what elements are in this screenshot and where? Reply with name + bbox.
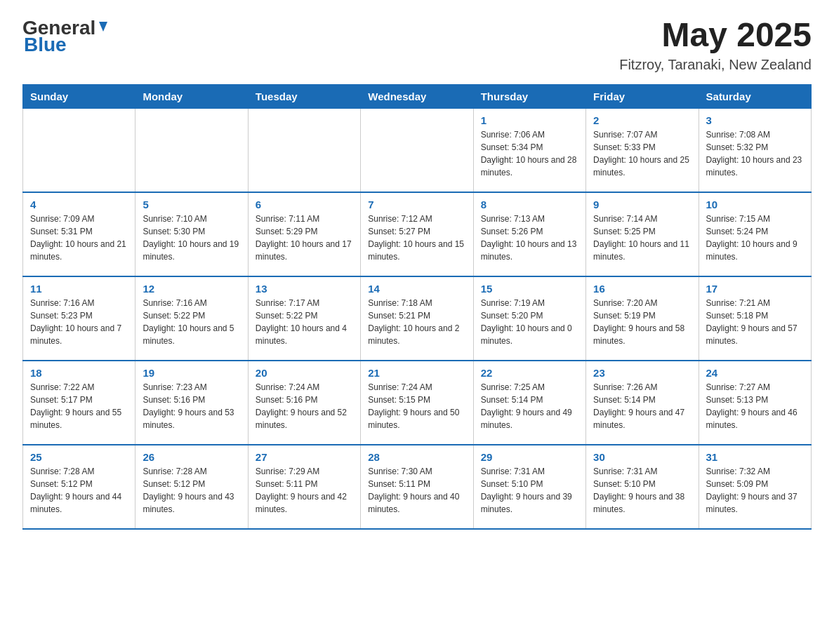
day-info: Sunrise: 7:08 AM Sunset: 5:32 PM Dayligh…	[706, 128, 804, 179]
calendar-cell: 5Sunrise: 7:10 AM Sunset: 5:30 PM Daylig…	[135, 192, 248, 276]
month-title: May 2025	[619, 17, 812, 54]
day-number: 2	[593, 114, 691, 126]
day-info: Sunrise: 7:22 AM Sunset: 5:17 PM Dayligh…	[30, 381, 128, 431]
column-header-thursday: Thursday	[473, 84, 585, 108]
day-number: 10	[706, 199, 804, 210]
day-number: 20	[256, 367, 353, 379]
calendar-cell: 18Sunrise: 7:22 AM Sunset: 5:17 PM Dayli…	[23, 361, 135, 445]
calendar-cell: 23Sunrise: 7:26 AM Sunset: 5:14 PM Dayli…	[586, 361, 699, 445]
calendar-cell: 6Sunrise: 7:11 AM Sunset: 5:29 PM Daylig…	[248, 192, 360, 276]
day-info: Sunrise: 7:30 AM Sunset: 5:11 PM Dayligh…	[368, 465, 465, 516]
day-info: Sunrise: 7:28 AM Sunset: 5:12 PM Dayligh…	[30, 465, 128, 516]
calendar-cell: 21Sunrise: 7:24 AM Sunset: 5:15 PM Dayli…	[361, 361, 473, 445]
day-number: 11	[30, 283, 128, 295]
calendar-cell: 16Sunrise: 7:20 AM Sunset: 5:19 PM Dayli…	[586, 276, 699, 361]
calendar-cell: 13Sunrise: 7:17 AM Sunset: 5:22 PM Dayli…	[248, 276, 360, 361]
calendar-cell: 29Sunrise: 7:31 AM Sunset: 5:10 PM Dayli…	[473, 445, 585, 529]
calendar-cell: 12Sunrise: 7:16 AM Sunset: 5:22 PM Dayli…	[135, 276, 248, 361]
day-info: Sunrise: 7:31 AM Sunset: 5:10 PM Dayligh…	[481, 465, 578, 516]
day-info: Sunrise: 7:13 AM Sunset: 5:26 PM Dayligh…	[481, 213, 578, 263]
calendar-cell: 24Sunrise: 7:27 AM Sunset: 5:13 PM Dayli…	[699, 361, 811, 445]
calendar-cell: 1Sunrise: 7:06 AM Sunset: 5:34 PM Daylig…	[473, 108, 585, 192]
column-header-wednesday: Wednesday	[361, 84, 473, 108]
calendar-week-row: 18Sunrise: 7:22 AM Sunset: 5:17 PM Dayli…	[23, 361, 812, 445]
calendar-week-row: 4Sunrise: 7:09 AM Sunset: 5:31 PM Daylig…	[23, 192, 812, 276]
calendar-table: SundayMondayTuesdayWednesdayThursdayFrid…	[22, 84, 812, 530]
calendar-cell: 25Sunrise: 7:28 AM Sunset: 5:12 PM Dayli…	[23, 445, 135, 529]
day-info: Sunrise: 7:29 AM Sunset: 5:11 PM Dayligh…	[256, 465, 353, 516]
day-info: Sunrise: 7:06 AM Sunset: 5:34 PM Dayligh…	[481, 128, 578, 179]
day-info: Sunrise: 7:10 AM Sunset: 5:30 PM Dayligh…	[143, 213, 240, 263]
calendar-cell: 7Sunrise: 7:12 AM Sunset: 5:27 PM Daylig…	[361, 192, 473, 276]
logo: General Blue	[22, 17, 111, 56]
day-info: Sunrise: 7:15 AM Sunset: 5:24 PM Dayligh…	[706, 213, 804, 263]
day-number: 17	[706, 283, 804, 295]
day-number: 16	[593, 283, 691, 295]
svg-marker-0	[99, 22, 107, 32]
day-info: Sunrise: 7:32 AM Sunset: 5:09 PM Dayligh…	[706, 465, 804, 516]
day-number: 6	[256, 199, 353, 210]
day-number: 26	[143, 451, 240, 463]
day-info: Sunrise: 7:12 AM Sunset: 5:27 PM Dayligh…	[368, 213, 465, 263]
day-number: 5	[143, 199, 240, 210]
calendar-cell: 10Sunrise: 7:15 AM Sunset: 5:24 PM Dayli…	[699, 192, 811, 276]
day-info: Sunrise: 7:20 AM Sunset: 5:19 PM Dayligh…	[593, 297, 691, 347]
day-info: Sunrise: 7:11 AM Sunset: 5:29 PM Dayligh…	[256, 213, 353, 263]
calendar-cell: 9Sunrise: 7:14 AM Sunset: 5:25 PM Daylig…	[586, 192, 699, 276]
calendar-cell: 2Sunrise: 7:07 AM Sunset: 5:33 PM Daylig…	[586, 108, 699, 192]
calendar-cell	[23, 108, 135, 192]
calendar-cell	[135, 108, 248, 192]
day-info: Sunrise: 7:23 AM Sunset: 5:16 PM Dayligh…	[143, 381, 240, 431]
calendar-cell: 3Sunrise: 7:08 AM Sunset: 5:32 PM Daylig…	[699, 108, 811, 192]
calendar-cell: 8Sunrise: 7:13 AM Sunset: 5:26 PM Daylig…	[473, 192, 585, 276]
calendar-cell: 19Sunrise: 7:23 AM Sunset: 5:16 PM Dayli…	[135, 361, 248, 445]
calendar-cell: 14Sunrise: 7:18 AM Sunset: 5:21 PM Dayli…	[361, 276, 473, 361]
calendar-week-row: 25Sunrise: 7:28 AM Sunset: 5:12 PM Dayli…	[23, 445, 812, 529]
day-number: 21	[368, 367, 465, 379]
day-number: 31	[706, 451, 804, 463]
column-header-friday: Friday	[586, 84, 699, 108]
day-info: Sunrise: 7:07 AM Sunset: 5:33 PM Dayligh…	[593, 128, 691, 179]
day-number: 29	[481, 451, 578, 463]
day-number: 14	[368, 283, 465, 295]
title-area: May 2025 Fitzroy, Taranaki, New Zealand	[619, 17, 812, 73]
day-info: Sunrise: 7:24 AM Sunset: 5:16 PM Dayligh…	[256, 381, 353, 431]
day-number: 4	[30, 199, 128, 210]
day-info: Sunrise: 7:09 AM Sunset: 5:31 PM Dayligh…	[30, 213, 128, 263]
logo-blue-text: Blue	[24, 34, 67, 56]
day-info: Sunrise: 7:25 AM Sunset: 5:14 PM Dayligh…	[481, 381, 578, 431]
calendar-cell: 28Sunrise: 7:30 AM Sunset: 5:11 PM Dayli…	[361, 445, 473, 529]
day-number: 18	[30, 367, 128, 379]
day-number: 28	[368, 451, 465, 463]
day-info: Sunrise: 7:31 AM Sunset: 5:10 PM Dayligh…	[593, 465, 691, 516]
day-number: 1	[481, 114, 578, 126]
calendar-cell	[248, 108, 360, 192]
day-number: 13	[256, 283, 353, 295]
calendar-cell: 4Sunrise: 7:09 AM Sunset: 5:31 PM Daylig…	[23, 192, 135, 276]
calendar-cell: 22Sunrise: 7:25 AM Sunset: 5:14 PM Dayli…	[473, 361, 585, 445]
column-header-saturday: Saturday	[699, 84, 811, 108]
day-number: 9	[593, 199, 691, 210]
day-info: Sunrise: 7:18 AM Sunset: 5:21 PM Dayligh…	[368, 297, 465, 347]
location-title: Fitzroy, Taranaki, New Zealand	[619, 57, 812, 73]
day-info: Sunrise: 7:19 AM Sunset: 5:20 PM Dayligh…	[481, 297, 578, 347]
day-number: 24	[706, 367, 804, 379]
day-number: 25	[30, 451, 128, 463]
calendar-cell: 26Sunrise: 7:28 AM Sunset: 5:12 PM Dayli…	[135, 445, 248, 529]
day-info: Sunrise: 7:21 AM Sunset: 5:18 PM Dayligh…	[706, 297, 804, 347]
day-info: Sunrise: 7:24 AM Sunset: 5:15 PM Dayligh…	[368, 381, 465, 431]
day-number: 27	[256, 451, 353, 463]
day-number: 23	[593, 367, 691, 379]
day-number: 7	[368, 199, 465, 210]
calendar-cell: 30Sunrise: 7:31 AM Sunset: 5:10 PM Dayli…	[586, 445, 699, 529]
day-info: Sunrise: 7:16 AM Sunset: 5:22 PM Dayligh…	[143, 297, 240, 347]
calendar-cell: 20Sunrise: 7:24 AM Sunset: 5:16 PM Dayli…	[248, 361, 360, 445]
day-number: 3	[706, 114, 804, 126]
day-number: 30	[593, 451, 691, 463]
calendar-cell: 27Sunrise: 7:29 AM Sunset: 5:11 PM Dayli…	[248, 445, 360, 529]
calendar-week-row: 11Sunrise: 7:16 AM Sunset: 5:23 PM Dayli…	[23, 276, 812, 361]
column-header-sunday: Sunday	[23, 84, 135, 108]
calendar-cell: 11Sunrise: 7:16 AM Sunset: 5:23 PM Dayli…	[23, 276, 135, 361]
day-number: 19	[143, 367, 240, 379]
day-info: Sunrise: 7:14 AM Sunset: 5:25 PM Dayligh…	[593, 213, 691, 263]
